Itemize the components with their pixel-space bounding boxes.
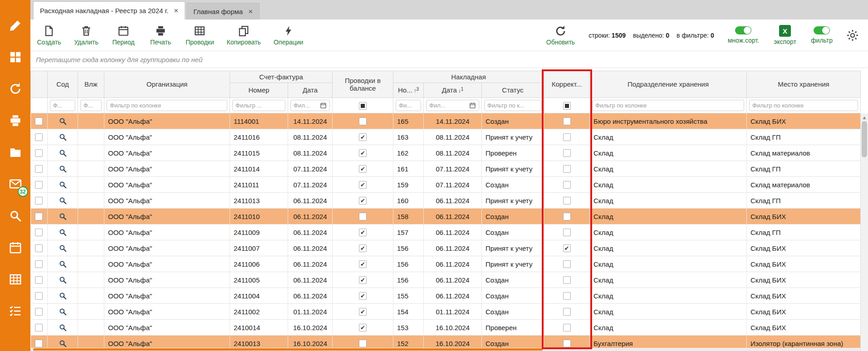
open-record-magnifier-icon[interactable] — [59, 260, 67, 268]
sidebar-item-print[interactable] — [8, 114, 23, 129]
filter-input-content[interactable] — [53, 102, 72, 109]
row-select-checkbox[interactable] — [35, 213, 43, 220]
table-row[interactable]: ООО "Альфа"241100201.11.2024✔15401.11.20… — [31, 304, 861, 320]
column-header-location[interactable]: Место хранения — [747, 71, 861, 98]
table-row[interactable]: ООО "Альфа"111400114.11.202416514.11.202… — [31, 113, 861, 129]
posted-checkbox[interactable]: ✔ — [359, 244, 367, 252]
sidebar-item-edit[interactable] — [8, 19, 23, 34]
sidebar-item-documents[interactable] — [8, 146, 23, 161]
table-row[interactable]: ООО "Альфа"241101306.11.2024✔16006.11.20… — [31, 193, 861, 209]
calendar-icon[interactable] — [320, 102, 327, 109]
table-row[interactable]: ООО "Альфа"241101407.11.2024✔16107.11.20… — [31, 161, 861, 177]
filter-input-invoice_number[interactable] — [235, 102, 282, 109]
sidebar-item-search[interactable] — [8, 210, 23, 224]
filter-input-department[interactable] — [595, 102, 741, 109]
filter-input-org[interactable] — [110, 102, 224, 109]
posted-checkbox[interactable] — [359, 117, 367, 125]
column-header-status[interactable]: Статус — [482, 83, 544, 98]
filter-toggle-switch[interactable] — [814, 26, 830, 34]
posted-checkbox[interactable] — [359, 213, 367, 220]
filter-checkbox-posted[interactable] — [359, 102, 367, 110]
horizontal-scrollbar[interactable] — [30, 348, 860, 351]
filter-input-attach[interactable] — [83, 102, 98, 109]
column-header-date[interactable]: Дата↓1 — [424, 83, 482, 98]
row-select-checkbox[interactable] — [35, 181, 43, 189]
row-select-checkbox[interactable] — [35, 340, 43, 347]
table-row[interactable]: ООО "Альфа"241100406.11.2024✔15506.11.20… — [31, 288, 861, 304]
toolbar-button-period[interactable]: Период — [111, 25, 136, 46]
open-record-magnifier-icon[interactable] — [59, 165, 67, 173]
posted-checkbox[interactable] — [359, 340, 367, 347]
row-select-checkbox[interactable] — [35, 149, 43, 157]
sidebar-item-mail[interactable]: 32 — [8, 178, 23, 192]
open-record-magnifier-icon[interactable] — [59, 244, 67, 253]
sidebar-item-registers[interactable] — [8, 273, 23, 288]
table-row[interactable]: ООО "Альфа"241101608.11.2024✔16308.11.20… — [31, 129, 861, 145]
open-record-magnifier-icon[interactable] — [59, 180, 67, 189]
group-by-drop-zone[interactable]: Перетащите сюда колонку для группировки … — [30, 51, 868, 68]
tab-close-icon[interactable]: × — [174, 7, 178, 15]
correction-checkbox[interactable] — [563, 197, 571, 205]
correction-checkbox[interactable] — [563, 165, 571, 173]
scroll-up-arrow-icon[interactable]: ▲ — [861, 113, 868, 121]
correction-checkbox[interactable] — [563, 324, 571, 332]
sidebar-item-calendar[interactable] — [8, 241, 23, 256]
row-select-checkbox[interactable] — [35, 197, 43, 205]
table-row[interactable]: ООО "Альфа"241100606.11.2024✔15606.11.20… — [31, 256, 861, 272]
filter-input-status[interactable] — [487, 102, 538, 109]
column-header-invoice_date[interactable]: Дата — [288, 83, 333, 98]
table-row[interactable]: ООО "Альфа"241101508.11.2024✔16208.11.20… — [31, 145, 861, 161]
open-record-magnifier-icon[interactable] — [59, 307, 67, 316]
tab-close-icon[interactable]: × — [248, 8, 253, 15]
column-header-org[interactable]: Организация — [104, 71, 230, 98]
filter-input-number[interactable] — [399, 102, 418, 109]
toolbar-button-delete[interactable]: Удалить — [74, 25, 98, 46]
posted-checkbox[interactable]: ✔ — [359, 181, 367, 189]
column-header-correction[interactable]: Коррект... — [544, 71, 590, 98]
posted-checkbox[interactable]: ✔ — [359, 149, 367, 157]
filter-checkbox-correction[interactable] — [563, 102, 571, 110]
posted-checkbox[interactable]: ✔ — [359, 133, 367, 141]
open-record-magnifier-icon[interactable] — [59, 117, 67, 126]
open-record-magnifier-icon[interactable] — [59, 276, 67, 284]
filter-input-invoice_date[interactable] — [294, 102, 318, 109]
correction-checkbox[interactable] — [563, 181, 571, 189]
correction-checkbox[interactable] — [563, 229, 571, 236]
vertical-scrollbar[interactable]: ▲ — [860, 113, 868, 351]
sidebar-item-modules[interactable] — [8, 51, 23, 65]
multisort-toggle-switch[interactable] — [735, 26, 751, 34]
row-select-checkbox[interactable] — [35, 229, 43, 236]
column-header-attach[interactable]: Влж — [78, 71, 104, 98]
posted-checkbox[interactable]: ✔ — [359, 197, 367, 205]
posted-checkbox[interactable]: ✔ — [359, 165, 367, 173]
settings-gear-icon[interactable] — [846, 29, 859, 42]
refresh-button[interactable]: Обновить — [546, 25, 575, 46]
row-select-checkbox[interactable] — [35, 276, 43, 284]
tab-registry[interactable]: Расходная накладная - Реестр за 2024 г.× — [33, 1, 185, 20]
toolbar-button-copy[interactable]: Копировать — [227, 25, 261, 46]
toolbar-button-create[interactable]: Создать — [37, 25, 61, 46]
row-select-checkbox[interactable] — [35, 133, 43, 141]
posted-checkbox[interactable]: ✔ — [359, 260, 367, 268]
toolbar-button-operations[interactable]: Операции — [274, 25, 304, 46]
vertical-scrollbar-thumb[interactable] — [862, 121, 867, 157]
posted-checkbox[interactable]: ✔ — [359, 324, 367, 332]
table-row[interactable]: ООО "Альфа"241100706.11.2024✔15606.11.20… — [31, 240, 861, 256]
column-header-content[interactable]: Сод — [48, 71, 78, 98]
table-row[interactable]: ООО "Альфа"241101006.11.202415806.11.202… — [31, 209, 861, 224]
export-button[interactable]: X экспорт — [773, 25, 797, 45]
toolbar-button-print[interactable]: Печать — [148, 25, 173, 46]
row-select-checkbox[interactable] — [35, 117, 43, 125]
filter-input-location[interactable] — [752, 102, 855, 109]
table-row[interactable]: ООО "Альфа"241100506.11.2024✔15606.11.20… — [31, 272, 861, 288]
horizontal-scrollbar-thumb[interactable] — [33, 348, 543, 351]
row-select-checkbox[interactable] — [35, 244, 43, 252]
open-record-magnifier-icon[interactable] — [59, 323, 67, 332]
open-record-magnifier-icon[interactable] — [59, 133, 67, 141]
correction-checkbox[interactable] — [563, 213, 571, 220]
open-record-magnifier-icon[interactable] — [59, 149, 67, 157]
correction-checkbox[interactable]: ✔ — [563, 244, 571, 252]
filter-toggle[interactable]: фильтр — [811, 26, 833, 44]
row-select-checkbox[interactable] — [35, 165, 43, 173]
correction-checkbox[interactable] — [563, 308, 571, 316]
